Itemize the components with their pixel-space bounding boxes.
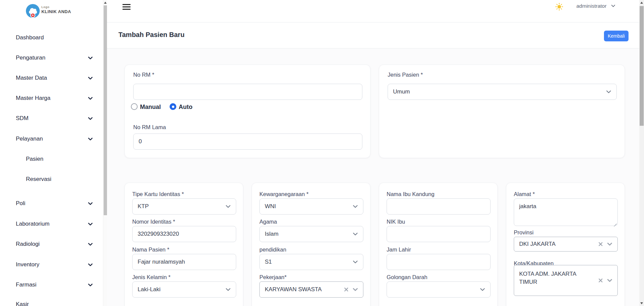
chevron-down-icon: [611, 3, 616, 8]
page-title: Tambah Pasien Baru: [118, 31, 184, 39]
chevron-down-icon: [87, 262, 93, 268]
kota-select[interactable]: KOTA ADM. JAKARTA TIMUR: [514, 265, 618, 296]
alamat-textarea[interactable]: jakarta: [514, 198, 618, 226]
jenis-pasien-select[interactable]: Umum: [388, 84, 617, 100]
scrollbar-thumb[interactable]: [104, 5, 107, 215]
sidebar-item-farmasi[interactable]: Farmasi: [0, 281, 103, 289]
nama-pasien-input[interactable]: [132, 254, 236, 270]
logo-cloud-icon: +: [26, 4, 40, 18]
chevron-down-icon: [352, 231, 358, 237]
chevron-down-icon: [352, 286, 358, 293]
sidebar-item-radiologi[interactable]: Radiologi: [0, 240, 103, 248]
clear-icon[interactable]: [344, 287, 349, 292]
scroll-up-arrow-icon[interactable]: [104, 2, 107, 4]
chevron-down-icon: [225, 203, 231, 209]
chevron-down-icon: [607, 277, 613, 283]
sidebar-item-laboratorium[interactable]: Laboratorium: [0, 220, 103, 228]
no-rm-lama-input[interactable]: [133, 133, 362, 150]
theme-sun-icon[interactable]: [555, 3, 563, 11]
chevron-down-icon: [352, 203, 358, 209]
sidebar-item-label: Farmasi: [16, 281, 36, 289]
hamburger-menu-icon[interactable]: [122, 4, 131, 10]
radio-auto[interactable]: [170, 103, 176, 110]
topbar: administrator: [107, 0, 639, 22]
sidebar-item-label: Reservasi: [26, 175, 51, 183]
selected-value: KOTA ADM. JAKARTA TIMUR: [519, 270, 586, 286]
tipe-kartu-select[interactable]: KTP: [132, 198, 236, 215]
chevron-down-icon: [352, 259, 358, 265]
app-root: + Logo KLINIK ANDA Dashboard Pengaturan …: [0, 0, 644, 306]
sidebar-item-pelayanan[interactable]: Pelayanan: [0, 135, 103, 143]
selected-value: S1: [265, 259, 272, 265]
jenis-kelamin-label: Jenis Kelamin *: [132, 274, 171, 280]
jenis-pasien-label: Jenis Pasien *: [388, 72, 423, 78]
sidebar-item-label: SDM: [16, 114, 29, 122]
app-logo[interactable]: + Logo KLINIK ANDA: [26, 4, 97, 18]
sidebar-item-label: Master Data: [16, 74, 47, 82]
sidebar-item-label: Laboratorium: [16, 220, 49, 228]
radio-auto-label[interactable]: Auto: [179, 103, 192, 111]
sidebar-item-master-harga[interactable]: Master Harga: [0, 94, 103, 102]
logo-title: KLINIK ANDA: [41, 9, 71, 14]
username-label: administrator: [576, 2, 607, 10]
selected-value: KARYAWAN SWASTA: [265, 285, 322, 294]
no-rm-input[interactable]: [133, 84, 362, 100]
sidebar-item-label: Poli: [16, 199, 25, 207]
sidebar-item-label: Kasir: [16, 300, 29, 306]
user-menu[interactable]: administrator: [576, 2, 616, 10]
sidebar-item-inventory[interactable]: Inventory: [0, 261, 103, 269]
page-header: Tambah Pasien Baru Kembali: [107, 22, 639, 48]
sidebar-item-dashboard[interactable]: Dashboard: [0, 34, 103, 42]
chevron-down-icon: [225, 286, 231, 293]
kewarganegaraan-select[interactable]: WNI: [259, 198, 363, 215]
radio-manual-label[interactable]: Manual: [140, 103, 161, 111]
scroll-up-arrow-icon[interactable]: [640, 2, 643, 4]
sidebar-item-master-data[interactable]: Master Data: [0, 74, 103, 82]
chevron-down-icon: [87, 95, 93, 101]
nama-ibu-input[interactable]: [387, 198, 491, 215]
sidebar-item-label: Master Harga: [16, 94, 50, 102]
scrollbar-thumb[interactable]: [640, 6, 644, 126]
sidebar-item-label: Pengaturan: [16, 54, 45, 62]
sidebar-item-label: Radiologi: [16, 240, 40, 248]
chevron-down-icon: [87, 282, 93, 288]
sidebar-item-pengaturan[interactable]: Pengaturan: [0, 54, 103, 62]
norm-card: No RM * Manual Auto No RM Lama: [124, 65, 370, 158]
identity-card: Tipe Kartu Identitas * KTP Nomor Identit…: [124, 183, 243, 306]
pekerjaan-label: Pekerjaan*: [259, 274, 287, 280]
clear-icon[interactable]: [598, 278, 603, 283]
mother-card: Nama Ibu Kandung NIK Ibu Jam Lahir Golon…: [379, 183, 498, 306]
chevron-down-icon: [479, 286, 486, 293]
provinsi-label: Provinsi: [514, 229, 534, 236]
sidebar-item-label: Pasien: [26, 155, 43, 163]
sidebar-item-pasien[interactable]: Pasien: [0, 155, 103, 163]
scroll-down-arrow-icon[interactable]: [640, 302, 643, 304]
sidebar-item-label: Pelayanan: [16, 135, 43, 143]
back-button[interactable]: Kembali: [604, 31, 629, 41]
sidebar-item-kasir[interactable]: Kasir: [0, 300, 103, 306]
sidebar-item-sdm[interactable]: SDM: [0, 114, 103, 122]
pekerjaan-select[interactable]: KARYAWAN SWASTA: [259, 281, 363, 298]
sidebar-item-poli[interactable]: Poli: [0, 199, 103, 207]
provinsi-select[interactable]: DKI JAKARTA: [514, 237, 618, 252]
main-scrollbar[interactable]: [639, 0, 644, 306]
chevron-down-icon: [87, 201, 93, 206]
jam-lahir-input[interactable]: [387, 254, 491, 270]
chevron-down-icon: [87, 55, 93, 61]
nomor-identitas-input[interactable]: [132, 226, 236, 242]
jam-lahir-label: Jam Lahir: [387, 246, 411, 253]
clear-icon[interactable]: [598, 241, 603, 247]
agama-label: Agama: [259, 219, 277, 225]
alamat-label: Alamat *: [514, 191, 535, 197]
agama-select[interactable]: Islam: [259, 226, 363, 242]
pendidikan-select[interactable]: S1: [259, 254, 363, 270]
nik-ibu-input[interactable]: [387, 226, 491, 242]
radio-manual[interactable]: [131, 103, 138, 110]
jenis-kelamin-select[interactable]: Laki-Laki: [132, 281, 236, 298]
kewarganegaraan-label: Kewarganegaraan *: [259, 191, 309, 197]
sidebar: + Logo KLINIK ANDA Dashboard Pengaturan …: [0, 0, 103, 306]
sidebar-item-reservasi[interactable]: Reservasi: [0, 175, 103, 183]
resize-handle-icon[interactable]: [613, 221, 617, 225]
golongan-darah-select[interactable]: [387, 281, 491, 298]
sidebar-scrollbar[interactable]: [103, 0, 107, 306]
